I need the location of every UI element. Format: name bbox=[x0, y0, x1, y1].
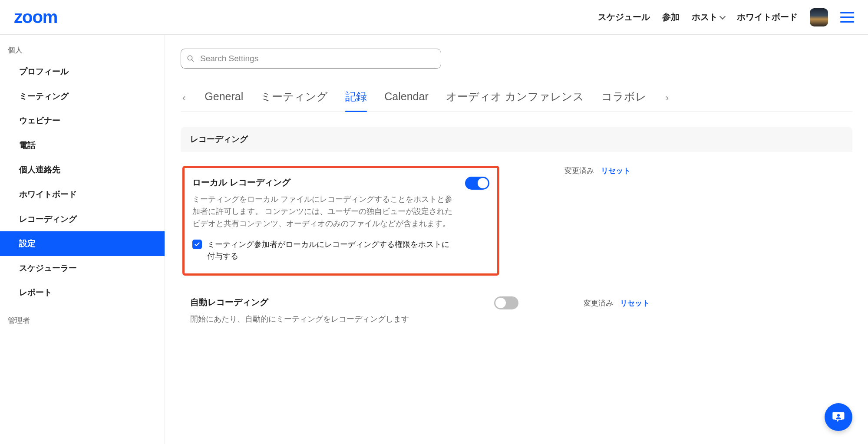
nav-schedule[interactable]: スケジュール bbox=[598, 11, 650, 23]
nav-whiteboard[interactable]: ホワイトボード bbox=[737, 11, 798, 23]
sidebar-item-meetings[interactable]: ミーティング bbox=[0, 84, 165, 109]
chat-icon bbox=[832, 410, 845, 424]
tab-general[interactable]: General bbox=[205, 87, 243, 109]
sidebar-item-reports[interactable]: レポート bbox=[0, 280, 165, 305]
local-recording-desc: ミーティングをローカル ファイルにレコーディングすることをホストと参加者に許可し… bbox=[192, 194, 456, 230]
hamburger-menu-icon[interactable] bbox=[840, 12, 854, 23]
sidebar-item-whiteboard[interactable]: ホワイトボード bbox=[0, 182, 165, 207]
sidebar-section-admin: 管理者 bbox=[0, 305, 165, 330]
sidebar-item-contacts[interactable]: 個人連絡先 bbox=[0, 158, 165, 182]
auto-recording-toggle[interactable] bbox=[494, 296, 518, 309]
svg-point-0 bbox=[188, 56, 192, 60]
auto-recording-reset[interactable]: リセット bbox=[620, 298, 650, 308]
nav-host-label: ホスト bbox=[692, 11, 718, 23]
setting-row-auto-recording: 自動レコーディング 開始にあたり、自動的にミーティングをレコーディングします 変… bbox=[181, 284, 852, 334]
local-recording-status-col: 変更済み リセット bbox=[564, 164, 630, 176]
highlight-box: ローカル レコーディング ミーティングをローカル ファイルにレコーディングするこ… bbox=[182, 166, 499, 276]
header-right: スケジュール 参加 ホスト ホワイトボード bbox=[598, 8, 854, 26]
sidebar-item-profile[interactable]: プロフィール bbox=[0, 59, 165, 84]
tab-meeting[interactable]: ミーティング bbox=[261, 86, 328, 110]
sidebar-item-webinars[interactable]: ウェビナー bbox=[0, 109, 165, 133]
search-input[interactable] bbox=[181, 49, 441, 69]
tab-scroll-right-icon[interactable]: › bbox=[664, 92, 670, 104]
sidebar-section-personal: 個人 bbox=[0, 35, 165, 59]
local-recording-toggle[interactable] bbox=[465, 177, 489, 190]
search-wrap bbox=[181, 49, 441, 69]
sidebar-item-settings[interactable]: 設定 bbox=[0, 231, 165, 256]
tab-collab[interactable]: コラボレ bbox=[601, 86, 647, 110]
avatar[interactable] bbox=[810, 8, 828, 26]
local-recording-suboption-label: ミーティング参加者がローカルにレコーディングする権限をホストに付与する bbox=[207, 239, 456, 262]
search-icon bbox=[187, 55, 195, 62]
tab-calendar[interactable]: Calendar bbox=[384, 87, 428, 109]
local-recording-status: 変更済み bbox=[564, 166, 594, 176]
chevron-down-icon bbox=[719, 13, 726, 20]
header: zoom スケジュール 参加 ホスト ホワイトボード bbox=[0, 0, 868, 35]
auto-recording-status: 変更済み bbox=[584, 298, 613, 308]
settings-tabs: ‹ General ミーティング 記録 Calendar オーディオ カンファレ… bbox=[181, 86, 852, 112]
local-recording-reset[interactable]: リセット bbox=[601, 166, 630, 176]
nav-host[interactable]: ホスト bbox=[692, 11, 725, 23]
main-content: ‹ General ミーティング 記録 Calendar オーディオ カンファレ… bbox=[165, 35, 868, 444]
sidebar-item-phone[interactable]: 電話 bbox=[0, 133, 165, 158]
tab-recording[interactable]: 記録 bbox=[345, 86, 367, 110]
brand-logo[interactable]: zoom bbox=[14, 7, 57, 27]
svg-line-1 bbox=[191, 59, 194, 62]
checkbox-checked-icon[interactable] bbox=[192, 240, 202, 249]
setting-row-local-recording: ローカル レコーディング ミーティングをローカル ファイルにレコーディングするこ… bbox=[181, 152, 852, 284]
auto-recording-desc: 開始にあたり、自動的にミーティングをレコーディングします bbox=[190, 313, 468, 326]
local-recording-suboption[interactable]: ミーティング参加者がローカルにレコーディングする権限をホストに付与する bbox=[192, 239, 456, 262]
sidebar-item-scheduler[interactable]: スケジューラー bbox=[0, 256, 165, 281]
auto-recording-status-col: 変更済み リセット bbox=[584, 296, 650, 308]
auto-recording-title: 自動レコーディング bbox=[190, 296, 468, 308]
svg-point-3 bbox=[837, 414, 840, 417]
chat-fab[interactable] bbox=[825, 403, 852, 431]
section-header-recording: レコーディング bbox=[181, 127, 852, 152]
sidebar-item-recordings[interactable]: レコーディング bbox=[0, 207, 165, 232]
local-recording-title: ローカル レコーディング bbox=[192, 177, 456, 188]
tab-scroll-left-icon[interactable]: ‹ bbox=[181, 92, 187, 104]
tab-audio[interactable]: オーディオ カンファレンス bbox=[446, 86, 584, 110]
nav-join[interactable]: 参加 bbox=[662, 11, 680, 23]
sidebar: 個人 プロフィール ミーティング ウェビナー 電話 個人連絡先 ホワイトボード … bbox=[0, 35, 165, 444]
